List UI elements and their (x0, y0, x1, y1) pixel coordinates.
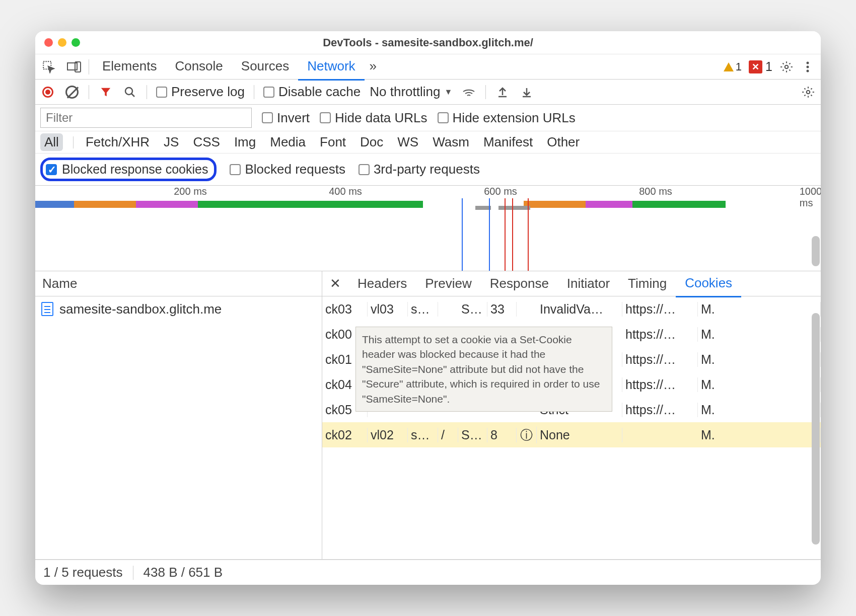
resource-type-filters: All Fetch/XHR JS CSS Img Media Font Doc … (35, 131, 821, 153)
request-detail: ✕ Headers Preview Response Initiator Tim… (322, 271, 821, 559)
settings-gear-icon[interactable] (779, 60, 794, 74)
detail-tab-initiator[interactable]: Initiator (558, 271, 619, 296)
svg-point-3 (785, 65, 789, 68)
close-detail-button[interactable]: ✕ (322, 276, 348, 291)
errors-count: 1 (765, 59, 772, 74)
warnings-badge[interactable]: 1 (724, 60, 742, 73)
cookie-secure: S… (458, 302, 487, 317)
type-wasm[interactable]: Wasm (431, 133, 471, 151)
type-media[interactable]: Media (268, 133, 308, 151)
request-list: Name samesite-sandbox.glitch.me (35, 271, 322, 559)
cookie-samesite-info-icon: ⓘ (517, 427, 537, 443)
preserve-log-label: Preserve log (171, 84, 245, 100)
cookie-blocked-tooltip: This attempt to set a cookie via a Set-C… (355, 327, 612, 412)
network-conditions-icon[interactable] (461, 85, 476, 100)
device-toolbar-icon[interactable] (66, 59, 82, 74)
svg-point-6 (807, 69, 809, 72)
cookie-url: https://… (622, 352, 698, 367)
detail-tab-response[interactable]: Response (481, 271, 558, 296)
filter-input[interactable] (40, 108, 252, 128)
blocked-requests-checkbox[interactable]: Blocked requests (230, 162, 345, 177)
hide-data-urls-checkbox[interactable]: Hide data URLs (320, 110, 427, 126)
cookie-name: ck02 (322, 428, 368, 442)
close-window-button[interactable] (44, 38, 53, 47)
minimize-window-button[interactable] (58, 38, 66, 47)
cookie-row[interactable]: ck02vl02s…/S…8ⓘNoneM. (322, 422, 821, 447)
type-manifest[interactable]: Manifest (481, 133, 535, 151)
status-transfer: 438 B / 651 B (144, 565, 223, 580)
cookie-more: M. (698, 377, 821, 392)
cookie-secure: S… (458, 428, 487, 442)
blocked-response-cookies-checkbox[interactable]: Blocked response cookies (40, 158, 217, 181)
type-all[interactable]: All (40, 133, 63, 151)
overview-tick: 400 ms (329, 186, 362, 197)
third-party-requests-checkbox[interactable]: 3rd-party requests (359, 162, 480, 177)
errors-badge[interactable]: ✕ 1 (749, 59, 772, 74)
zoom-window-button[interactable] (72, 38, 80, 47)
invert-label: Invert (277, 110, 310, 126)
clear-button[interactable] (64, 85, 80, 100)
request-name: samesite-sandbox.glitch.me (59, 301, 222, 317)
detail-tab-cookies[interactable]: Cookies (676, 270, 741, 297)
main-scrollbar[interactable] (812, 313, 820, 545)
tab-sources[interactable]: Sources (232, 53, 298, 81)
devtools-window: DevTools - samesite-sandbox.glitch.me/ E… (35, 31, 821, 585)
tabs-overflow[interactable]: » (365, 53, 382, 81)
overview-scrollbar[interactable] (812, 236, 820, 266)
cookie-more: M. (698, 352, 821, 367)
type-other[interactable]: Other (545, 133, 582, 151)
type-css[interactable]: CSS (191, 133, 222, 151)
window-title: DevTools - samesite-sandbox.glitch.me/ (35, 36, 821, 49)
record-button[interactable] (40, 85, 55, 100)
filter-toggle-icon[interactable] (98, 85, 113, 100)
more-menu-icon[interactable] (801, 60, 815, 74)
request-list-header[interactable]: Name (35, 271, 322, 296)
cookie-name: ck03 (322, 302, 368, 317)
cookie-more: M. (698, 327, 821, 342)
network-settings-gear-icon[interactable] (801, 85, 816, 100)
tab-network[interactable]: Network (298, 53, 364, 81)
inspect-element-icon[interactable] (41, 59, 56, 74)
hide-extension-urls-checkbox[interactable]: Hide extension URLs (438, 110, 576, 126)
overview-tick: 600 ms (484, 186, 517, 197)
extra-filters-row: Blocked response cookies Blocked request… (35, 153, 821, 186)
disable-cache-label: Disable cache (278, 84, 361, 100)
type-font[interactable]: Font (318, 133, 348, 151)
download-har-icon[interactable] (519, 85, 534, 100)
preserve-log-checkbox[interactable]: Preserve log (156, 84, 245, 100)
type-img[interactable]: Img (232, 133, 258, 151)
traffic-lights (44, 38, 80, 47)
disable-cache-checkbox[interactable]: Disable cache (263, 84, 361, 100)
type-doc[interactable]: Doc (358, 133, 385, 151)
hide-extension-urls-label: Hide extension URLs (453, 110, 576, 126)
type-js[interactable]: JS (162, 133, 181, 151)
network-main: Name samesite-sandbox.glitch.me ✕ Header… (35, 271, 821, 560)
upload-har-icon[interactable] (495, 85, 510, 100)
blocked-response-cookies-label: Blocked response cookies (62, 162, 208, 177)
svg-rect-1 (67, 63, 77, 70)
cookie-value: vl03 (368, 302, 408, 317)
cookie-more: M. (698, 428, 821, 442)
detail-tab-preview[interactable]: Preview (416, 271, 480, 296)
cookie-path: / (438, 428, 458, 442)
cookie-row[interactable]: ck03vl03s…S…33InvalidVa…https://…M. (322, 296, 821, 322)
tab-console[interactable]: Console (166, 53, 232, 81)
overview-timeline[interactable]: 200 ms 400 ms 600 ms 800 ms 1000 ms (35, 186, 821, 271)
throttling-select[interactable]: No throttling ▼ (370, 84, 452, 100)
detail-tab-timing[interactable]: Timing (619, 271, 676, 296)
cookie-url: https://… (622, 377, 698, 392)
status-requests: 1 / 5 requests (43, 565, 123, 580)
blocked-requests-label: Blocked requests (245, 162, 345, 177)
cookie-domain: s… (408, 428, 438, 442)
tab-elements[interactable]: Elements (93, 53, 166, 81)
request-row[interactable]: samesite-sandbox.glitch.me (35, 296, 322, 322)
invert-checkbox[interactable]: Invert (262, 110, 310, 126)
cookie-size: 33 (487, 302, 517, 317)
search-icon[interactable] (122, 85, 137, 100)
hide-data-urls-label: Hide data URLs (335, 110, 427, 126)
cookie-domain: s… (408, 302, 438, 317)
type-fetch-xhr[interactable]: Fetch/XHR (84, 133, 152, 151)
detail-tab-headers[interactable]: Headers (348, 271, 416, 296)
svg-point-7 (125, 88, 132, 95)
type-ws[interactable]: WS (395, 133, 420, 151)
